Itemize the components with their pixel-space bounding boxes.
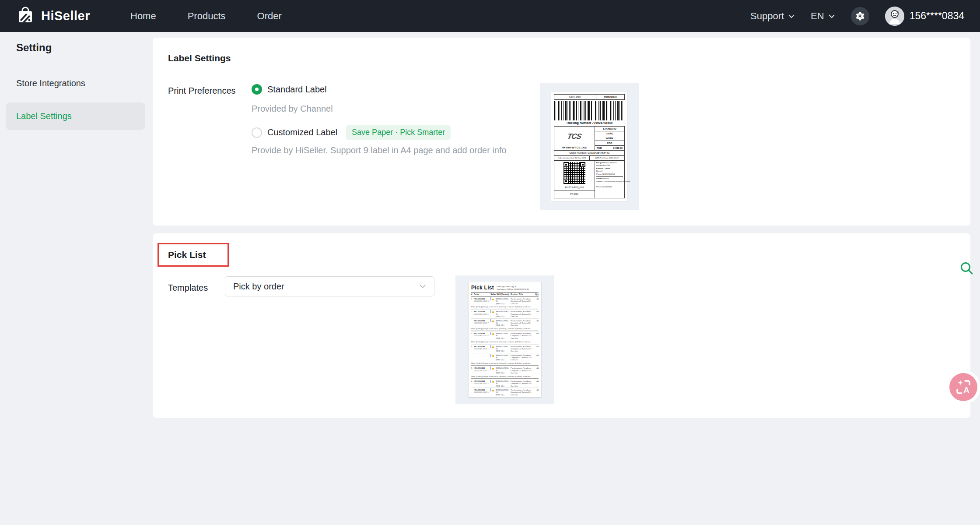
product-thumbnail bbox=[490, 388, 491, 391]
product-thumbnail bbox=[490, 332, 491, 335]
label-header-row: Sales_order marketplace bbox=[554, 94, 625, 100]
templates-dropdown-value: Pick by order bbox=[233, 282, 419, 292]
awb-date: AWB Print Date 2025-05-22 bbox=[590, 156, 625, 160]
pick-list-preview-meta: Order qty: 8 SKU qty: 8 Total items: 20 … bbox=[497, 285, 529, 291]
amount-row: PKR 2,083.00 bbox=[595, 146, 624, 150]
chevron-down-icon bbox=[788, 14, 795, 18]
pick-list-card: Pick List Templates Pick by order Pick L… bbox=[153, 233, 970, 418]
pick-list-preview-title: Pick List bbox=[471, 285, 494, 291]
shipping-label-thumbnail: Sales_order marketplace Tracking Number … bbox=[551, 92, 627, 201]
pick-list-row: 2 HS1J310GW00000244-0002-1 SKU2001-RED-X… bbox=[471, 309, 539, 318]
pick-list-row: HS1J310GW00000244-0002-1 SKU2001-RED-XL(… bbox=[471, 388, 539, 396]
tracking-number: Tracking Number 779926744549 bbox=[554, 121, 625, 126]
save-paper-badge: Save Paper · Pick Smarter bbox=[346, 125, 451, 140]
footer-code-1: PK-TCS-POS_GLE bbox=[554, 185, 595, 190]
pick-list-note: Note: [Order](change a red one & [Intern… bbox=[471, 327, 539, 331]
translate-icon: A bbox=[949, 373, 977, 401]
nav-item-products[interactable]: Products bbox=[188, 11, 226, 22]
chevron-down-icon bbox=[419, 284, 426, 289]
pick-list-title: Pick List bbox=[168, 250, 206, 260]
carrier-cell: TCS PK-KHI-W-TCS_OLE bbox=[554, 127, 595, 150]
carrier-code: PK-KHI-W-TCS_OLE bbox=[562, 146, 587, 149]
search-icon bbox=[959, 261, 974, 276]
pick-list-thumbnail: Pick List Order qty: 8 SKU qty: 8 Total … bbox=[469, 282, 541, 397]
carrier-logo: TCS bbox=[566, 127, 584, 146]
account-menu[interactable]: 156****0834 bbox=[885, 7, 964, 26]
settings-button[interactable] bbox=[851, 7, 869, 25]
sidebar-item-label-settings[interactable]: Label Settings bbox=[6, 102, 145, 130]
templates-dropdown[interactable]: Pick by order bbox=[225, 276, 434, 296]
qr-code bbox=[564, 162, 585, 184]
pick-list-rows: 1 HS1J310GW00000244-0002-6 SKU0011-RED-X… bbox=[471, 296, 539, 397]
pick-list-note: Note: [Order](change a red one & [Intern… bbox=[471, 396, 539, 397]
product-thumbnail bbox=[490, 380, 491, 383]
nav-item-order[interactable]: Order bbox=[257, 11, 282, 22]
standard-label-text[interactable]: Standard Label bbox=[267, 85, 327, 95]
customized-label-text[interactable]: Customized Label bbox=[267, 127, 337, 137]
service-row: WORK bbox=[595, 136, 624, 141]
nav-item-home[interactable]: Home bbox=[130, 11, 156, 22]
pick-list-row: 6 HS1J310GW00000246-0002-1 SKU0011-RED-X… bbox=[471, 379, 539, 388]
product-thumbnail bbox=[490, 354, 491, 357]
brand-name: HiSeller bbox=[41, 9, 90, 23]
sidebar-item-store-integrations[interactable]: Store Integrations bbox=[6, 70, 145, 97]
order-number: Order Number: 175354354758443 bbox=[554, 151, 625, 156]
customized-label-description: Provide by HiSeller. Support 9 label in … bbox=[252, 145, 507, 155]
service-row: COD bbox=[595, 141, 624, 146]
pick-list-row: 3 HS1J310GW00000080-0002-6 SKU0011-RED-X… bbox=[471, 331, 539, 340]
language-label: EN bbox=[811, 11, 824, 22]
label-settings-title: Label Settings bbox=[168, 53, 231, 63]
sender-phone: Phone:3111122182 bbox=[596, 186, 623, 188]
main-nav: Home Products Order bbox=[130, 11, 282, 22]
label-settings-card: Label Settings Print Preferences Standar… bbox=[153, 38, 970, 226]
label-header-right: marketplace bbox=[596, 94, 625, 100]
recipient-phone: Phone:923113360254 bbox=[596, 173, 623, 176]
service-row: 10 KG bbox=[595, 131, 624, 136]
pick-list-note: Note: [Order](change a red one & [Intern… bbox=[471, 340, 539, 344]
customized-label-option: Customized Label Save Paper · Pick Smart… bbox=[252, 125, 451, 140]
sender-address: address*1,Balochistan,Barkhan,Barkhan bbox=[596, 180, 623, 183]
sender-line: Sender test301 bbox=[596, 176, 623, 180]
avatar bbox=[885, 7, 904, 26]
chevron-down-icon bbox=[828, 14, 835, 18]
service-row: STANDARD bbox=[595, 127, 624, 131]
account-phone: 156****0834 bbox=[910, 10, 964, 22]
pick-list-row: 1 HS1J310GW00000244-0002-6 SKU0011-RED-X… bbox=[471, 296, 539, 305]
customized-label-radio[interactable] bbox=[252, 127, 262, 138]
pick-list-note: Note: [Order](change a red one & [Intern… bbox=[471, 305, 539, 310]
barcode bbox=[554, 101, 625, 120]
translate-widget-button[interactable]: A bbox=[946, 370, 980, 404]
pick-list-preview-header: Pick List Order qty: 8 SKU qty: 8 Total … bbox=[471, 285, 539, 291]
label-bottom-left: PK-TCS-POS_GLE PK-DEX bbox=[554, 161, 595, 198]
service-cells: STANDARD 10 KG WORK COD PKR 2,083.00 bbox=[595, 127, 624, 150]
standard-label-preview: Sales_order marketplace Tracking Number … bbox=[540, 83, 639, 210]
pick-list-note: Note: [Order](change a red one & [Intern… bbox=[471, 362, 539, 366]
pick-list-row: 5 HS1J310GW00000246-0002-1 SKU0011-RED-X… bbox=[471, 366, 539, 374]
pick-list-row: HS1J910GW00000080-0002-7 SKU0011-RED-XL(… bbox=[471, 318, 539, 327]
product-thumbnail bbox=[490, 345, 491, 348]
pick-list-row: SKU0011-RED-XL(RED ,XL) Parafusadeira Fu… bbox=[471, 353, 539, 362]
pick-list-column-headers: # Order Seller SKU(Variant) Product Titl… bbox=[471, 292, 539, 296]
support-label: Support bbox=[750, 11, 784, 22]
product-thumbnail bbox=[490, 297, 491, 300]
hiseller-logo-icon bbox=[16, 6, 35, 27]
language-menu[interactable]: EN bbox=[811, 11, 835, 22]
svg-text:A: A bbox=[964, 386, 970, 395]
floating-search-button[interactable] bbox=[959, 261, 974, 278]
brand[interactable]: HiSeller bbox=[16, 6, 90, 27]
gear-icon bbox=[855, 11, 865, 21]
creation-date: Order Creation Date 12 Dec 2023 bbox=[554, 156, 590, 160]
pick-list-preview: Pick List Order qty: 8 SKU qty: 8 Total … bbox=[455, 275, 554, 404]
templates-label: Templates bbox=[168, 283, 208, 293]
app-root: HiSeller Home Products Order Support EN bbox=[0, 0, 980, 525]
standard-label-option: Standard Label bbox=[252, 84, 327, 95]
support-menu[interactable]: Support bbox=[750, 11, 795, 22]
sidebar-title: Setting bbox=[6, 42, 145, 54]
print-preferences-label: Print Preferences bbox=[168, 86, 236, 96]
standard-label-description: Provided by Channel bbox=[252, 104, 333, 114]
standard-label-radio[interactable] bbox=[252, 84, 262, 95]
label-dates-row: Order Creation Date 12 Dec 2023 AWB Prin… bbox=[554, 156, 625, 161]
label-address-block: Recipient TK01 Waleed asikdasdav1234 Kar… bbox=[595, 161, 624, 198]
pick-list-note: Note: [Order](change a red one & [Intern… bbox=[471, 374, 539, 379]
product-thumbnail bbox=[490, 310, 491, 313]
